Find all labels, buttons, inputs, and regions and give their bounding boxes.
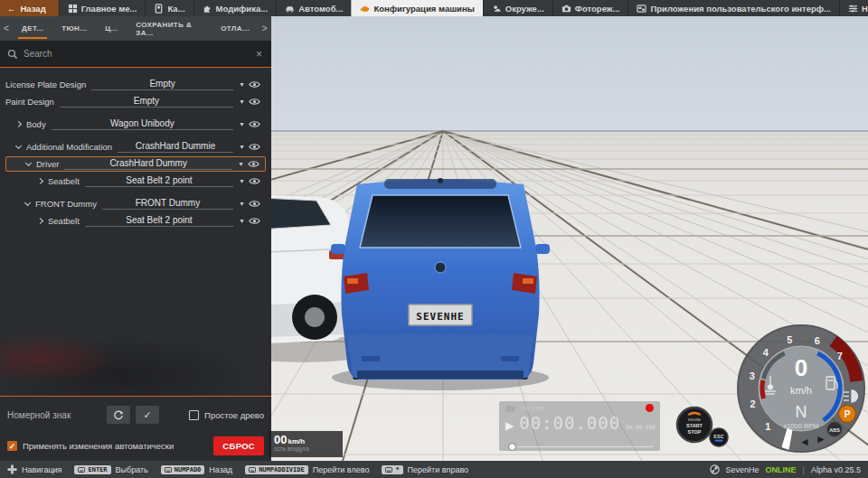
tab-vehicles[interactable]: Автомоб...	[276, 0, 351, 16]
tab-ui-apps[interactable]: Приложения пользовательского интерф...	[627, 0, 839, 16]
dropdown-icon[interactable]: ▼	[239, 178, 245, 184]
auto-apply-checkbox[interactable]: ✓	[7, 441, 17, 451]
subtab-label: Ц...	[105, 24, 118, 33]
replay-seek-track[interactable]	[512, 446, 653, 447]
subtabs-prev-arrow[interactable]: <	[0, 16, 13, 41]
dropdown-icon[interactable]: ▼	[239, 144, 245, 150]
folder-icon[interactable]	[505, 404, 515, 412]
tab-vehicle-config[interactable]: Конфигурация машины	[351, 0, 482, 16]
chevron-right-icon[interactable]	[15, 121, 22, 127]
config-row-paint-design[interactable]: Paint Design Empty ▼	[5, 94, 266, 109]
engine-label: ENGINE	[688, 418, 701, 422]
svg-text:5: 5	[787, 334, 792, 345]
tab-main-menu[interactable]: Главное ме...	[59, 0, 146, 16]
row-value[interactable]: CrashHard Dummy	[64, 158, 232, 170]
license-plate-text: SEVENHE	[416, 311, 464, 323]
speed-value: 0	[795, 354, 807, 381]
tab-map[interactable]: Ка...	[145, 0, 193, 16]
version-label: Alpha v0.25.5	[811, 465, 861, 474]
row-value[interactable]: Seat Belt 2 point	[85, 215, 233, 227]
config-row-body[interactable]: Body Wagon Unibody ▼	[5, 117, 266, 132]
seek-right-arrow-icon[interactable]: ►	[816, 433, 826, 445]
subtab-label: ДЕТ...	[22, 24, 43, 33]
reset-button[interactable]: СБРОС	[213, 436, 264, 455]
rpm-label: x1000 RPM	[783, 422, 818, 430]
simple-tree-toggle[interactable]: Простое древо	[189, 410, 264, 420]
search-clear-icon[interactable]: ×	[254, 48, 264, 61]
puzzle-icon	[203, 4, 212, 14]
config-row-license-plate-design[interactable]: License Plate Design Empty ▼	[5, 77, 266, 92]
chevron-down-icon[interactable]	[15, 142, 22, 148]
subtab-save-load[interactable]: СОХРАНИТЬ & ЗА...	[127, 16, 212, 41]
config-row-additional-modification[interactable]: Additional Modification CrashHard Dummie…	[5, 139, 266, 155]
airspeed-overlay: 00 km/h ость воздуха	[269, 431, 343, 457]
row-value[interactable]: Empty	[60, 96, 233, 108]
dropdown-icon[interactable]: ▼	[239, 98, 245, 105]
dropdown-icon[interactable]: ▼	[239, 218, 245, 224]
chevron-right-icon[interactable]	[37, 178, 43, 184]
tab-mods[interactable]: Модифика...	[193, 0, 277, 16]
tacho-red-arc	[762, 380, 764, 398]
plate-apply-button[interactable]: ✓	[136, 406, 159, 424]
username: SevenHe	[726, 465, 760, 474]
dropdown-icon[interactable]: ▼	[239, 81, 245, 88]
eye-visibility-icon[interactable]	[249, 200, 260, 208]
eye-visibility-icon[interactable]	[249, 120, 260, 128]
blue-car[interactable]: SEVENHE	[331, 178, 550, 390]
row-value[interactable]: CrashHard Dummie	[118, 141, 233, 153]
tab-photomode[interactable]: Фотореж...	[552, 0, 628, 16]
camera-icon	[561, 4, 571, 14]
tab-settings[interactable]: Настро...	[839, 0, 868, 16]
keyboard-icon	[165, 467, 172, 473]
svg-text:1: 1	[765, 421, 770, 432]
row-value[interactable]: Wagon Unibody	[52, 118, 233, 130]
replay-total-time: 00:00.000	[626, 424, 656, 430]
eye-visibility-icon[interactable]	[249, 143, 260, 151]
dropdown-icon[interactable]: ▼	[239, 201, 245, 207]
vehicle-config-panel: < ДЕТ... ТЮН... Ц... СОХРАНИТЬ & ЗА... О…	[0, 16, 271, 461]
config-row-driver[interactable]: Driver CrashHard Dummy ▼	[5, 156, 266, 172]
esc-indicator[interactable]: ESC	[709, 427, 729, 447]
subtab-debug[interactable]: ОТЛА...	[212, 16, 259, 41]
search-input[interactable]	[24, 49, 249, 59]
config-row-front-dummy[interactable]: FRONT Dummy FRONT Dummy ▼	[5, 196, 266, 211]
tab-label: Приложения пользовательского интерф...	[650, 4, 831, 14]
replay-filename: (no file)	[520, 404, 544, 412]
subtab-tuning[interactable]: ТЮН...	[52, 16, 96, 41]
keyboard-icon	[78, 467, 85, 473]
simple-tree-checkbox[interactable]	[189, 410, 199, 420]
tab-label: Настро...	[862, 4, 868, 14]
row-value[interactable]: FRONT Dummy	[102, 198, 233, 210]
eye-visibility-icon[interactable]	[249, 177, 260, 185]
svg-text:4: 4	[763, 347, 769, 358]
record-button[interactable]	[646, 404, 654, 412]
dropdown-icon[interactable]: ▼	[239, 121, 245, 127]
chevron-down-icon[interactable]	[25, 159, 32, 165]
airspeed-value: 00	[274, 433, 287, 446]
chevron-right-icon[interactable]	[37, 218, 43, 224]
dropdown-icon[interactable]: ▼	[238, 161, 244, 167]
chevron-down-icon[interactable]	[24, 199, 31, 205]
row-value[interactable]: Seat Belt 2 point	[85, 175, 233, 187]
back-button[interactable]: ← Назад	[0, 0, 59, 16]
sliders-icon	[848, 4, 858, 14]
eye-visibility-icon[interactable]	[248, 160, 259, 168]
eye-visibility-icon[interactable]	[249, 217, 260, 225]
eye-visibility-icon[interactable]	[249, 98, 260, 106]
eye-visibility-icon[interactable]	[249, 80, 260, 89]
row-value[interactable]: Empty	[91, 79, 233, 90]
stop-label: STOP	[688, 429, 702, 435]
config-row-seatbelt-driver[interactable]: Seatbelt Seat Belt 2 point ▼	[5, 173, 266, 189]
license-plate-input[interactable]	[7, 410, 101, 420]
seek-left-arrow-icon[interactable]: ◄	[799, 436, 810, 448]
engine-start-stop-button[interactable]: ENGINE START STOP	[675, 406, 713, 444]
play-button[interactable]: ▶	[505, 419, 514, 432]
tab-label: Ка...	[167, 4, 184, 14]
tab-environment[interactable]: Окруже...	[483, 0, 552, 16]
subtab-parts[interactable]: ДЕТ...	[13, 16, 52, 41]
subtabs-next-arrow[interactable]: >	[259, 16, 271, 41]
replay-seek-handle[interactable]	[508, 443, 516, 451]
subtab-color[interactable]: Ц...	[96, 16, 127, 41]
plate-randomize-button[interactable]	[107, 406, 130, 424]
config-row-seatbelt-front-dummy[interactable]: Seatbelt Seat Belt 2 point ▼	[5, 213, 266, 229]
